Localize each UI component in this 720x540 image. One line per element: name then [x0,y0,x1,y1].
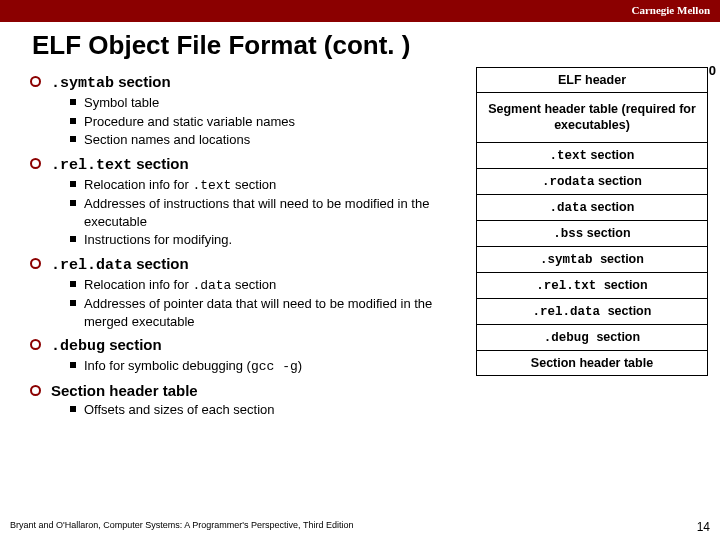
circle-bullet-icon [30,158,41,169]
circle-bullet-icon [30,76,41,87]
diagram-cell: ELF header [476,67,708,92]
bullet-label: .symtab section [51,73,171,92]
square-bullet-icon [70,236,76,242]
code-span: gcc -g [251,359,298,374]
sub-item-text: Procedure and static variable names [84,113,468,131]
sub-list: Relocation info for .data sectionAddress… [70,276,468,331]
square-bullet-icon [70,300,76,306]
sub-item: Symbol table [70,94,468,112]
square-bullet-icon [70,200,76,206]
diagram-cell: .data section [476,194,708,220]
code-span: .data [550,201,588,215]
sub-item: Info for symbolic debugging (gcc -g) [70,357,468,376]
bullet-column: .symtab sectionSymbol tableProcedure and… [30,67,476,420]
code-span: .debug [51,338,105,355]
sub-list: Symbol tableProcedure and static variabl… [70,94,468,149]
sub-item-text: Addresses of instructions that will need… [84,195,468,230]
code-span: .rel.text [51,157,132,174]
square-bullet-icon [70,99,76,105]
diagram-cell: .bss section [476,220,708,246]
code-span: .text [192,178,231,193]
circle-bullet-icon [30,385,41,396]
org-label: Carnegie Mellon [631,4,710,16]
code-span: .data [192,278,231,293]
diagram-cell: Section header table [476,350,708,376]
sub-list: Relocation info for .text sectionAddress… [70,176,468,249]
circle-bullet-icon [30,339,41,350]
bullet-label: .debug section [51,336,162,355]
sub-item-text: Relocation info for .data section [84,276,468,295]
square-bullet-icon [70,136,76,142]
sub-item: Relocation info for .text section [70,176,468,195]
sub-item-text: Info for symbolic debugging (gcc -g) [84,357,468,376]
code-span: .symtab [540,253,600,267]
code-span: .rel.data [51,257,132,274]
elf-diagram: ELF headerSegment header table (required… [476,67,708,376]
sub-list: Info for symbolic debugging (gcc -g) [70,357,468,376]
bullet-item: .symtab section [30,73,468,92]
diagram-cell: .rel.data section [476,298,708,324]
square-bullet-icon [70,118,76,124]
sub-item-text: Offsets and sizes of each section [84,401,468,419]
sub-item: Procedure and static variable names [70,113,468,131]
square-bullet-icon [70,181,76,187]
diagram-cell: .rodata section [476,168,708,194]
code-span: .text [550,149,588,163]
diagram-cell: .symtab section [476,246,708,272]
square-bullet-icon [70,362,76,368]
code-span: .rel.txt [536,279,604,293]
bullet-item: .debug section [30,336,468,355]
sub-list: Offsets and sizes of each section [70,401,468,419]
code-span: .rel.data [533,305,608,319]
bullet-label: Section header table [51,382,198,399]
sub-item: Relocation info for .data section [70,276,468,295]
footer-citation: Bryant and O'Hallaron, Computer Systems:… [10,520,353,534]
bullet-item: .rel.text section [30,155,468,174]
sub-item: Addresses of instructions that will need… [70,195,468,230]
offset-zero: 0 [709,63,716,78]
code-span: .rodata [542,175,595,189]
header-bar: Carnegie Mellon [0,0,720,22]
sub-item-text: Instructions for modifying. [84,231,468,249]
diagram-column: 0 ELF headerSegment header table (requir… [476,67,708,420]
square-bullet-icon [70,406,76,412]
sub-item: Addresses of pointer data that will need… [70,295,468,330]
code-span: .symtab [51,75,114,92]
square-bullet-icon [70,281,76,287]
footer: Bryant and O'Hallaron, Computer Systems:… [10,520,710,534]
sub-item: Offsets and sizes of each section [70,401,468,419]
bullet-item: Section header table [30,382,468,399]
diagram-cell: .debug section [476,324,708,350]
diagram-cell: Segment header table (required for execu… [476,92,708,142]
sub-item: Instructions for modifying. [70,231,468,249]
bullet-label: .rel.text section [51,155,189,174]
content-area: .symtab sectionSymbol tableProcedure and… [0,67,720,420]
sub-item-text: Relocation info for .text section [84,176,468,195]
code-span: .bss [553,227,583,241]
bullet-label: .rel.data section [51,255,189,274]
sub-item: Section names and locations [70,131,468,149]
sub-item-text: Symbol table [84,94,468,112]
sub-item-text: Addresses of pointer data that will need… [84,295,468,330]
bullet-item: .rel.data section [30,255,468,274]
circle-bullet-icon [30,258,41,269]
diagram-cell: .text section [476,142,708,168]
code-span: .debug [544,331,597,345]
sub-item-text: Section names and locations [84,131,468,149]
diagram-cell: .rel.txt section [476,272,708,298]
slide-title: ELF Object File Format (cont. ) [0,22,720,67]
page-number: 14 [697,520,710,534]
